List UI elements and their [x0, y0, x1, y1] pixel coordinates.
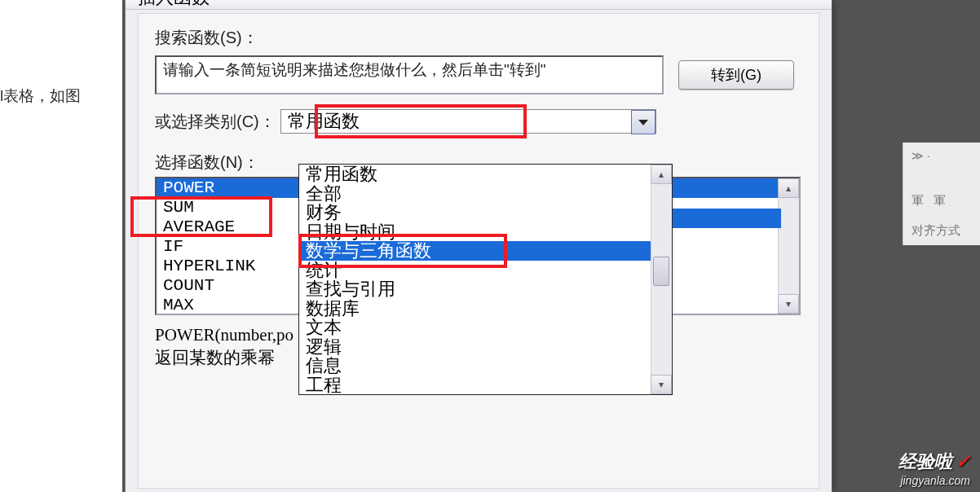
go-button-label: 转到(G) — [711, 65, 761, 85]
scroll-up-icon[interactable] — [778, 178, 799, 198]
scroll-up-icon[interactable] — [651, 165, 672, 184]
category-item-lookup[interactable]: 查找与引用 — [299, 279, 672, 299]
search-input[interactable]: 请输入一条简短说明来描述您想做什么，然后单击"转到" — [155, 55, 664, 94]
page-background-left: l表格，如图 — [0, 0, 122, 492]
category-item-stats[interactable]: 统计 — [299, 261, 672, 280]
category-dropdown-popup[interactable]: 常用函数 全部 财务 日期与时间 数学与三角函数 统计 查找与引用 数据库 文本… — [298, 164, 673, 395]
go-button[interactable]: 转到(G) — [678, 60, 794, 90]
category-row: 或选择类别(C)： 常用函数 — [155, 109, 802, 134]
scroll-down-icon[interactable] — [778, 294, 799, 314]
category-select[interactable]: 常用函数 — [280, 109, 656, 134]
category-popup-scrollbar[interactable] — [651, 165, 672, 394]
function-list-scrollbar[interactable] — [778, 178, 799, 314]
category-item-engineering[interactable]: 工程 — [299, 376, 672, 395]
category-item-common[interactable]: 常用函数 — [299, 165, 672, 184]
ribbon-row1: ≫ · — [912, 149, 976, 162]
dialog-title: 插入函数 — [138, 0, 210, 10]
scroll-thumb[interactable] — [653, 257, 669, 286]
insert-function-dialog: 插入函数 搜索函数(S)： 请输入一条简短说明来描述您想做什么，然后单击"转到"… — [125, 0, 832, 492]
category-item-database[interactable]: 数据库 — [299, 299, 672, 318]
watermark-line2: jingyanla.com — [898, 474, 970, 487]
title-bar[interactable]: 插入函数 — [126, 0, 832, 10]
category-dropdown-button[interactable] — [631, 110, 656, 134]
category-item-all[interactable]: 全部 — [299, 184, 672, 204]
category-item-math[interactable]: 数学与三角函数 — [299, 241, 672, 261]
selection-highlight-strip — [670, 209, 781, 228]
category-label: 或选择类别(C)： — [155, 111, 276, 133]
category-item-logic[interactable]: 逻辑 — [299, 337, 672, 357]
watermark-line1: 经验啦✓ — [898, 450, 970, 474]
category-item-finance[interactable]: 财务 — [299, 203, 672, 222]
dialog-content: 搜索函数(S)： 请输入一条简短说明来描述您想做什么，然后单击"转到" 转到(G… — [138, 13, 819, 489]
watermark: 经验啦✓ jingyanla.com — [898, 450, 970, 487]
ribbon-snippet: ≫ · 軍 軍 对齐方式 — [903, 143, 980, 245]
category-item-info[interactable]: 信息 — [299, 356, 672, 376]
page-snippet-text: l表格，如图 — [0, 87, 81, 104]
category-selected-text: 常用函数 — [288, 109, 360, 134]
watermark-check-icon: ✓ — [956, 451, 970, 472]
scroll-down-icon[interactable] — [651, 375, 672, 394]
category-item-datetime[interactable]: 日期与时间 — [299, 222, 672, 242]
ribbon-row3: 对齐方式 — [912, 223, 976, 239]
category-item-text[interactable]: 文本 — [299, 318, 672, 337]
search-label: 搜索函数(S)： — [155, 27, 802, 49]
ribbon-row2: 軍 軍 — [912, 193, 976, 209]
